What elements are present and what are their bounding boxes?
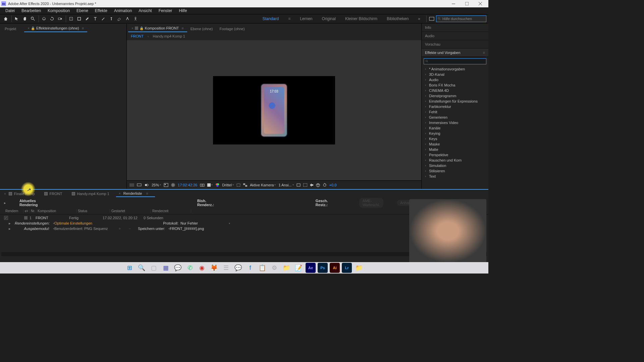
tree-item[interactable]: ›3D-Kanal — [422, 72, 488, 77]
hand-tool-icon[interactable] — [21, 15, 29, 22]
home-tool-icon[interactable] — [2, 15, 9, 22]
illustrator-icon[interactable]: Ai — [330, 263, 340, 273]
tree-item[interactable]: ›Rauschen und Korn — [422, 158, 488, 163]
audio-panel-header[interactable]: Audio — [422, 32, 488, 40]
dropdown-icon[interactable]: ▾ — [229, 222, 230, 225]
help-search-input[interactable]: Hilfe durchsuchen — [436, 15, 486, 22]
workspace-kleiner[interactable]: Kleiner Bildschirm — [340, 15, 382, 22]
tree-item[interactable]: ›Kanäle — [422, 125, 488, 131]
tree-item[interactable]: ›Stilisieren — [422, 168, 488, 174]
tree-item[interactable]: ›CINEMA 4D — [422, 88, 488, 93]
protokoll-value[interactable]: Nur Fehler — [180, 221, 227, 225]
workspace-options-icon[interactable]: ≡ — [283, 15, 295, 22]
tree-item[interactable]: ›* Animationsvorgaben — [422, 66, 488, 72]
tree-item[interactable]: ›Audio — [422, 77, 488, 82]
tab-effect-controls[interactable]: × 🔒 Effekteinstellungen (ohne) ≡ — [24, 25, 87, 32]
pen-tool-icon[interactable] — [84, 15, 91, 22]
tree-item[interactable]: ›Keys — [422, 136, 488, 141]
lock-icon[interactable]: 🔒 — [31, 26, 35, 30]
tree-item[interactable]: ›Keying — [422, 131, 488, 136]
timecode[interactable]: 17:02:42:26 — [178, 183, 197, 187]
tab-project[interactable]: Projekt — [1, 25, 19, 32]
guide-icon[interactable] — [297, 183, 301, 187]
after-effects-icon[interactable]: Ae — [306, 263, 316, 273]
selection-tool-icon[interactable] — [13, 15, 20, 22]
menu-ansicht[interactable]: Ansicht — [135, 8, 155, 14]
rotate-tool-icon[interactable] — [48, 15, 56, 22]
whatsapp-icon[interactable]: ✆ — [185, 263, 195, 273]
tree-item[interactable]: ›Farbkorrektur — [422, 104, 488, 109]
tree-item[interactable]: ›Generieren — [422, 115, 488, 120]
panel-options-icon[interactable]: ≡ — [146, 191, 148, 195]
panel-options-icon[interactable]: ≡ — [483, 51, 485, 55]
tree-item[interactable]: ›Perspektive — [422, 152, 488, 158]
tab-handy[interactable]: Handy.mp4 Komp 1 — [69, 191, 116, 197]
zoom-tool-icon[interactable] — [29, 15, 37, 22]
menu-ebene[interactable]: Ebene — [73, 8, 92, 14]
render-checkbox[interactable] — [4, 216, 8, 220]
messenger-icon[interactable]: 💬 — [233, 263, 243, 273]
workspace-bibliotheken[interactable]: Bibliotheken — [382, 15, 413, 22]
output-module-value[interactable]: Benutzerdefiniert: PNG Sequenz — [54, 227, 115, 231]
tab-footage[interactable]: Footage (ohne) — [216, 25, 248, 32]
workspace-overflow-icon[interactable]: » — [413, 15, 425, 22]
orbit-tool-icon[interactable] — [40, 15, 48, 22]
shape-tool-icon[interactable] — [75, 15, 83, 22]
app-icon[interactable]: 📁 — [354, 263, 364, 273]
tree-item[interactable]: ›Simulation — [422, 163, 488, 168]
preview-panel-header[interactable]: Vorschau — [422, 40, 488, 49]
reset-exposure-icon[interactable] — [323, 183, 327, 187]
tree-item[interactable]: ›Einstellungen für Expressions — [422, 99, 488, 104]
eraser-tool-icon[interactable] — [116, 15, 123, 22]
camera-tool-icon[interactable] — [56, 15, 64, 22]
tab-front[interactable]: FRONT — [42, 191, 69, 197]
menu-fenster[interactable]: Fenster — [155, 8, 176, 14]
tab-finale-komp[interactable]: × Finale Komp — [1, 191, 42, 197]
info-panel-header[interactable]: Info — [422, 23, 488, 32]
menu-animation[interactable]: Animation — [111, 8, 135, 14]
zoom-dropdown[interactable]: 25% ▾ — [152, 183, 161, 187]
clone-tool-icon[interactable] — [108, 15, 115, 22]
menu-bearbeiten[interactable]: Bearbeiten — [18, 8, 44, 14]
photoshop-icon[interactable]: Ps — [318, 263, 328, 273]
snapshot-icon[interactable] — [200, 183, 205, 187]
remove-output-icon[interactable]: − — [125, 227, 135, 231]
tab-close-icon[interactable]: × — [119, 192, 121, 195]
tab-composition[interactable]: × 🔒 Komposition FRONT ≡ — [128, 25, 187, 32]
teams-icon[interactable]: ▦ — [161, 263, 171, 273]
tab-close-icon[interactable]: × — [4, 192, 6, 196]
app-icon[interactable]: 💬 — [173, 263, 183, 273]
tree-item[interactable]: ›Maske — [422, 141, 488, 147]
start-button[interactable]: ⊞ — [124, 263, 135, 273]
tree-item[interactable]: ›Matte — [422, 147, 488, 152]
breadcrumb-front[interactable]: FRONT — [131, 34, 144, 38]
effects-search-input[interactable] — [424, 58, 486, 64]
effects-panel-header[interactable]: Effekte und Vorgaben ≡ — [422, 49, 488, 57]
facebook-icon[interactable]: f — [245, 263, 255, 273]
minimize-button[interactable] — [447, 0, 460, 7]
color-icon[interactable] — [215, 183, 219, 187]
maximize-button[interactable] — [460, 0, 474, 7]
menu-datei[interactable]: Datei — [2, 8, 18, 14]
anchor-tool-icon[interactable] — [67, 15, 75, 22]
expand-icon[interactable]: ▸ — [9, 227, 12, 231]
text-tool-icon[interactable]: T — [92, 15, 99, 22]
chevron-left-icon[interactable]: ‹ — [148, 34, 149, 38]
tree-item[interactable]: ›Text — [422, 174, 488, 179]
3d-icon[interactable] — [316, 183, 320, 187]
camera-dropdown[interactable]: Aktive Kamera ▾ — [250, 183, 276, 187]
expand-icon[interactable]: ▸ — [9, 221, 12, 226]
frame-icon[interactable] — [428, 15, 435, 22]
ame-queue-button[interactable]: AME-Warteschl. — [359, 198, 383, 208]
puppet-tool-icon[interactable] — [132, 15, 139, 22]
tab-close-icon[interactable]: × — [28, 26, 30, 30]
search-taskbar-icon[interactable]: 🔍 — [137, 263, 147, 273]
app-icon[interactable]: ◉ — [197, 263, 207, 273]
explorer-icon[interactable]: 📁 — [281, 263, 291, 273]
render-settings-value[interactable]: Optimale Einstellungen — [54, 221, 115, 225]
tree-item[interactable]: ›Dienstprogramm — [422, 93, 488, 99]
add-output-icon[interactable]: + — [115, 227, 125, 231]
grid-icon[interactable] — [171, 183, 175, 187]
panel-options-icon[interactable]: ≡ — [181, 26, 183, 30]
panel-options-icon[interactable]: ≡ — [82, 26, 84, 30]
